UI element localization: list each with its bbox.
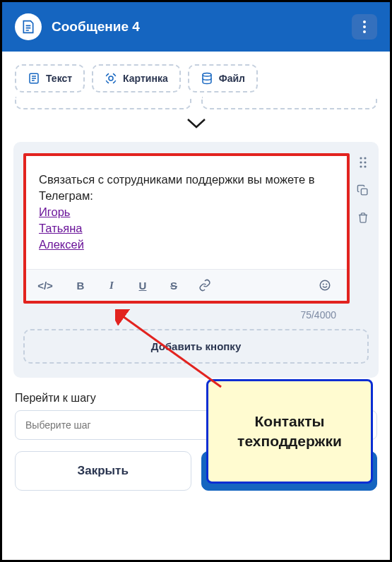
hidden-tabs-row [2,97,390,109]
svg-point-0 [363,20,366,23]
svg-point-5 [203,73,211,77]
svg-point-6 [320,280,330,290]
tab-file[interactable]: Файл [188,64,258,92]
svg-rect-15 [361,189,367,195]
svg-point-13 [360,165,362,167]
svg-point-7 [323,284,323,285]
tab-file-label: Файл [219,73,245,84]
emoji-icon [319,279,331,292]
header: Сообщение 4 [2,2,390,52]
content-type-tabs: Текст Картинка Файл [2,52,390,97]
hidden-tab[interactable] [201,97,378,109]
bold-button[interactable]: B [67,275,94,295]
message-icon [21,20,35,34]
copy-button[interactable] [357,184,369,196]
link-button[interactable] [191,275,218,295]
close-label: Закрыть [78,464,129,478]
trash-icon [357,212,369,224]
expand-toggle[interactable] [2,109,390,142]
svg-point-8 [326,284,327,285]
editor-side-actions [357,153,369,304]
close-button[interactable]: Закрыть [15,451,191,491]
drag-icon [359,156,367,169]
text-icon [28,72,40,85]
contact-link[interactable]: Алексей [39,238,84,251]
kebab-icon [363,20,366,33]
message-icon-wrap [15,13,42,40]
tab-image-label: Картинка [123,73,168,84]
tab-image[interactable]: Картинка [92,64,181,92]
chevron-down-icon [186,118,206,129]
tab-text[interactable]: Текст [15,64,85,92]
hidden-tab[interactable] [15,97,191,109]
italic-button[interactable]: I [98,275,125,295]
svg-point-1 [363,25,366,28]
contact-link[interactable]: Игорь [39,205,70,218]
editor-zone: Связаться с сотрудниками поддержки вы мо… [13,142,379,378]
svg-point-12 [364,161,366,163]
file-icon [201,72,213,85]
copy-icon [357,184,369,196]
contact-link[interactable]: Татьяна [39,222,83,234]
strike-button[interactable]: S [160,275,187,295]
callout-text: Контакты техподдержки [215,412,364,452]
formatting-toolbar: </> B I U S [26,269,347,301]
link-icon [198,279,211,292]
svg-point-2 [363,30,366,33]
annotation-callout: Контакты техподдержки [206,379,373,484]
editor-highlight-box: Связаться с сотрудниками поддержки вы мо… [23,153,350,304]
char-counter: 75/4000 [23,304,369,329]
svg-point-9 [360,157,362,159]
svg-point-4 [109,76,113,80]
svg-point-10 [364,157,366,159]
header-title: Сообщение 4 [52,19,342,35]
tab-text-label: Текст [46,73,72,84]
drag-handle[interactable] [357,156,369,169]
code-button[interactable]: </> [35,275,56,295]
underline-button[interactable]: U [129,275,156,295]
kebab-menu-button[interactable] [352,14,377,40]
svg-point-14 [364,165,366,167]
svg-point-11 [360,161,362,163]
add-button-button[interactable]: Добавить кнопку [23,329,369,364]
message-intro: Связаться с сотрудниками поддержки вы мо… [39,173,314,202]
delete-button[interactable] [357,212,369,224]
emoji-button[interactable] [311,275,338,295]
message-text-area[interactable]: Связаться с сотрудниками поддержки вы мо… [26,156,347,269]
image-icon [105,72,117,85]
